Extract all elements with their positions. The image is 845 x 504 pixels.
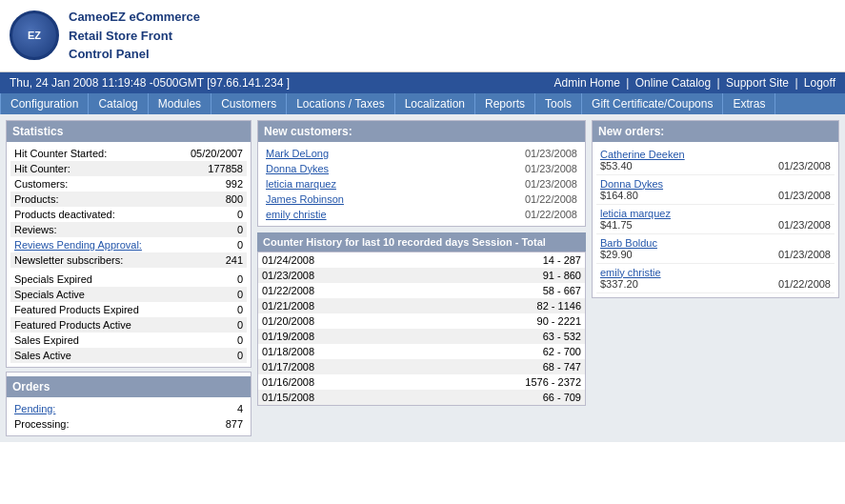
stats-row: Featured Products Expired0 [10, 302, 247, 317]
customer-link[interactable]: James Robinson [266, 193, 344, 205]
customer-link[interactable]: Mark DeLong [266, 148, 329, 159]
stats-value: 0 [174, 207, 247, 222]
order-customer-name[interactable]: Donna Dykes [600, 178, 831, 190]
counter-date: 01/21/2008 [258, 298, 417, 313]
menu-tools[interactable]: Tools [535, 93, 582, 114]
counter-row: 01/21/200882 - 1146 [258, 298, 585, 313]
menu-localization[interactable]: Localization [395, 93, 475, 114]
new-orders-body: Catherine Deeken $53.40 01/23/2008 Donna… [593, 142, 838, 297]
app-title: CameoEZ eCommerce Retail Store Front Con… [69, 8, 200, 64]
new-customers-body: Mark DeLong01/23/2008Donna Dykes01/23/20… [258, 142, 585, 226]
counter-value: 62 - 700 [417, 344, 585, 359]
stats-row: Sales Active0 [10, 348, 247, 363]
stats-label: Sales Expired [10, 333, 225, 348]
customer-link[interactable]: emily christie [266, 209, 327, 220]
stats-label[interactable]: Reviews Pending Approval: [10, 237, 174, 252]
new-customers-header: New customers: [258, 121, 585, 142]
order-detail: $29.90 01/23/2008 [600, 249, 831, 260]
order-item: emily christie $337.20 01/22/2008 [596, 264, 835, 293]
stats-row: Specials Expired0 [10, 272, 247, 287]
order-amount: $53.40 [600, 160, 633, 171]
left-column: Statistics Hit Counter Started:05/20/200… [6, 120, 251, 436]
statistics-table: Hit Counter Started:05/20/2007Hit Counte… [10, 146, 247, 268]
stats-value: 0 [225, 333, 247, 348]
stats-value: 992 [174, 176, 247, 192]
counter-date: 01/19/2008 [258, 329, 417, 344]
order-item: Donna Dykes $164.80 01/23/2008 [596, 175, 835, 205]
statistics-panel: Statistics Hit Counter Started:05/20/200… [6, 120, 251, 368]
orders-table: Pending:4Processing:877 [10, 401, 247, 432]
counter-value: 90 - 2221 [417, 313, 585, 329]
customer-date: 01/23/2008 [450, 176, 581, 192]
logo-icon: EZ [10, 10, 59, 60]
order-customer-name[interactable]: leticia marquez [600, 208, 831, 219]
stats-value: 0 [174, 222, 247, 237]
order-customer-name[interactable]: Catherine Deeken [600, 149, 831, 160]
stats-value: 177858 [174, 161, 247, 176]
menu-customers[interactable]: Customers [211, 93, 287, 114]
menu-locations-taxes[interactable]: Locations / Taxes [287, 93, 395, 114]
customer-row: James Robinson01/22/2008 [262, 192, 581, 207]
customer-name[interactable]: emily christie [262, 207, 450, 222]
online-catalog-link[interactable]: Online Catalog [635, 76, 711, 90]
stats-label: Featured Products Expired [10, 302, 225, 317]
stats-label: Specials Active [10, 287, 225, 302]
orders-label[interactable]: Pending: [10, 401, 179, 416]
statistics-header: Statistics [7, 121, 251, 142]
stats-label: Sales Active [10, 348, 225, 363]
menu-catalog[interactable]: Catalog [89, 93, 148, 114]
stats-value: 0 [225, 272, 247, 287]
admin-home-link[interactable]: Admin Home [554, 76, 620, 90]
counter-date: 01/22/2008 [258, 283, 417, 298]
datetime-display: Thu, 24 Jan 2008 11:19:48 -0500GMT [97.6… [10, 76, 290, 90]
counter-value: 58 - 667 [417, 283, 585, 298]
customer-name[interactable]: James Robinson [262, 192, 450, 207]
support-site-link[interactable]: Support Site [726, 76, 789, 90]
stats-row: Sales Expired0 [10, 333, 247, 348]
stats-link[interactable]: Reviews Pending Approval: [14, 239, 142, 251]
stats-value: 0 [174, 237, 247, 252]
customer-name[interactable]: Donna Dykes [262, 161, 450, 176]
counter-date: 01/17/2008 [258, 359, 417, 374]
orders-value: 4 [179, 401, 247, 416]
customer-row: emily christie01/22/2008 [262, 207, 581, 222]
logoff-link[interactable]: Logoff [804, 76, 835, 90]
order-customer-name[interactable]: emily christie [600, 267, 831, 278]
counter-date: 01/16/2008 [258, 374, 417, 390]
order-amount: $164.80 [600, 190, 638, 201]
customer-row: leticia marquez01/23/2008 [262, 176, 581, 192]
customer-link[interactable]: leticia marquez [266, 178, 336, 190]
menu-configuration[interactable]: Configuration [0, 93, 89, 114]
stats-row: Newsletter subscribers:241 [10, 252, 247, 268]
order-detail: $337.20 01/22/2008 [600, 278, 831, 290]
menu-extras[interactable]: Extras [723, 93, 775, 114]
customer-date: 01/23/2008 [450, 161, 581, 176]
customer-link[interactable]: Donna Dykes [266, 163, 329, 174]
counter-row: 01/17/200868 - 747 [258, 359, 585, 374]
stats-label: Hit Counter Started: [10, 146, 174, 161]
order-date: 01/22/2008 [778, 278, 831, 290]
stats-value: 0 [225, 317, 247, 333]
counter-value: 14 - 287 [417, 252, 585, 268]
orders-header: Orders [7, 376, 251, 397]
counter-value: 1576 - 2372 [417, 374, 585, 390]
counter-value: 82 - 1146 [417, 298, 585, 313]
menu-reports[interactable]: Reports [475, 93, 535, 114]
stats-label: Products: [10, 192, 174, 207]
stats-value: 0 [225, 287, 247, 302]
stats-row: Products deactivated:0 [10, 207, 247, 222]
counter-row: 01/18/200862 - 700 [258, 344, 585, 359]
logo-bar: EZ CameoEZ eCommerce Retail Store Front … [0, 0, 845, 72]
counter-value: 63 - 532 [417, 329, 585, 344]
order-customer-name[interactable]: Barb Bolduc [600, 237, 831, 249]
counter-history-section: Counter History for last 10 recorded day… [257, 232, 586, 406]
orders-link[interactable]: Pending: [14, 403, 55, 414]
counter-value: 68 - 747 [417, 359, 585, 374]
customer-name[interactable]: leticia marquez [262, 176, 450, 192]
stats-value: 241 [174, 252, 247, 268]
menu-modules[interactable]: Modules [149, 93, 211, 114]
menu-gift-certificate[interactable]: Gift Certificate/Coupons [582, 93, 723, 114]
stats-value: 800 [174, 192, 247, 207]
customer-name[interactable]: Mark DeLong [262, 146, 450, 161]
order-amount: $337.20 [600, 278, 638, 290]
